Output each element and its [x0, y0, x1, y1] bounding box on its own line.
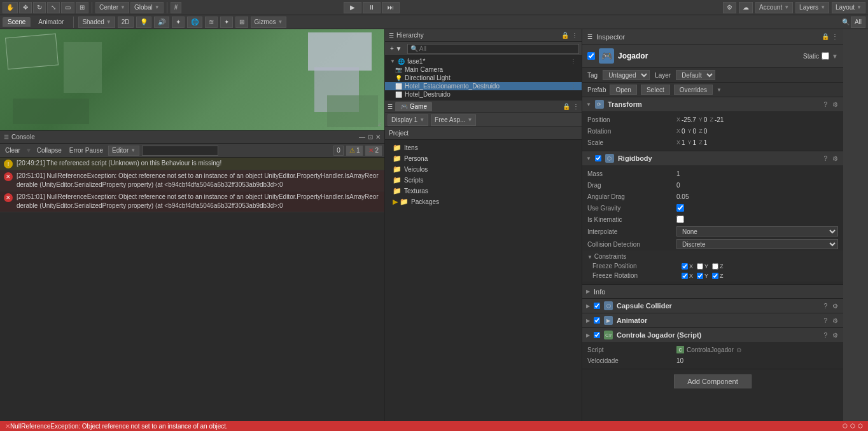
tree-item-maincam[interactable]: 📷 Main Camera — [385, 65, 582, 74]
rigidbody-settings-btn[interactable]: ⚙ — [831, 155, 839, 162]
animator-header[interactable]: ▶ ▶ Animator ? ⚙ — [582, 313, 843, 327]
cloud-btn[interactable]: ☁ — [739, 2, 753, 13]
constraints-header[interactable]: ▼ Constraints — [587, 252, 838, 261]
extra-tool-btn[interactable]: # — [171, 2, 182, 13]
rigidbody-header[interactable]: ▼ ⬡ Rigidbody ? ⚙ — [582, 151, 843, 165]
move-tool-btn[interactable]: ✥ — [19, 2, 32, 13]
freeze-rot-x-checkbox[interactable] — [682, 273, 688, 279]
tree-item-dirlight[interactable]: 💡 Directional Light — [385, 74, 582, 82]
console-maximize-btn[interactable]: ⊡ — [368, 133, 373, 140]
post-btn[interactable]: ⊞ — [235, 17, 248, 28]
files-panel[interactable]: 📁 Itens 📁 Persona 📁 Veiculos 📁 Scripts — [385, 140, 582, 423]
static-checkbox[interactable] — [822, 52, 829, 60]
controla-header[interactable]: ▶ C# Controla Jogador (Script) ? ⚙ — [582, 328, 843, 342]
game-more-btn[interactable]: ⋮ — [573, 103, 579, 110]
hierarchy-lock-btn[interactable]: 🔒 — [561, 32, 569, 39]
effects-btn[interactable]: ✦ — [172, 17, 185, 28]
scene-more-btn[interactable]: ⋮ — [570, 58, 577, 65]
use-gravity-checkbox[interactable] — [676, 204, 684, 212]
clear-btn[interactable]: Clear — [3, 146, 23, 154]
hand-tool-btn[interactable]: ✋ — [3, 2, 18, 13]
overrides-btn[interactable]: Overrides — [674, 85, 713, 95]
hierarchy-add-btn[interactable]: + ▼ — [388, 44, 405, 53]
2d-btn[interactable]: 2D — [118, 17, 134, 28]
scale-tool-btn[interactable]: ⤡ — [47, 2, 60, 13]
tree-item-scene[interactable]: ▼ 🌐 fase1* ⋮ — [385, 57, 582, 65]
animator-settings-btn[interactable]: ⚙ — [831, 317, 839, 324]
pivot-dropdown[interactable]: Center ▼ — [95, 2, 129, 13]
collapse-btn[interactable]: Collapse — [34, 146, 64, 154]
inspector-lock-btn[interactable]: 🔒 — [822, 33, 829, 40]
freeze-pos-y-checkbox[interactable] — [697, 263, 703, 270]
error-pause-btn[interactable]: Error Pause — [67, 146, 106, 154]
layer-select[interactable]: Default — [676, 70, 715, 80]
audio-btn[interactable]: 🔊 — [154, 17, 169, 28]
inspector-more-btn[interactable]: ⋮ — [832, 33, 838, 40]
capsule-collider-header[interactable]: ▶ ⬡ Capsule Collider ? ⚙ — [582, 299, 843, 313]
folder-scripts[interactable]: 📁 Scripts — [390, 175, 577, 186]
rigidbody-help-btn[interactable]: ? — [822, 155, 829, 162]
console-msg-error-1[interactable]: ✕ [20:51:01] NullReferenceException: Obj… — [0, 170, 384, 191]
freeze-pos-z-checkbox[interactable] — [712, 263, 718, 270]
rect-tool-btn[interactable]: ▭ — [61, 2, 74, 13]
folder-itens[interactable]: 📁 Itens — [390, 142, 577, 153]
freeze-pos-x-checkbox[interactable] — [682, 263, 688, 270]
game-tab[interactable]: 🎮 Game — [395, 102, 432, 111]
folder-texturas[interactable]: 📁 Texturas — [390, 186, 577, 196]
hierarchy-tree[interactable]: ▼ 🌐 fase1* ⋮ 📷 Main Camera 💡 Directional… — [385, 56, 582, 100]
console-close-btn[interactable]: ✕ — [375, 133, 381, 140]
scene-viewport[interactable]: Z — [0, 29, 384, 131]
freeze-rot-z-checkbox[interactable] — [712, 273, 718, 279]
animator-help-btn[interactable]: ? — [822, 317, 829, 324]
sky-btn[interactable]: 🌐 — [187, 17, 202, 28]
tag-select[interactable]: Untagged — [603, 70, 650, 80]
freeze-rot-y-checkbox[interactable] — [697, 273, 703, 279]
console-search-input[interactable] — [142, 146, 218, 156]
tree-item-hotel1[interactable]: ⬜ Hotel_Estacionamento_Destruido ⋮ — [385, 82, 582, 90]
controla-checkbox[interactable] — [594, 332, 600, 338]
console-messages[interactable]: ! [20:49:21] The referenced script (Unkn… — [0, 158, 384, 431]
capsule-settings-btn[interactable]: ⚙ — [831, 303, 839, 310]
animator-checkbox[interactable] — [594, 317, 600, 324]
game-lock-btn[interactable]: 🔒 — [563, 103, 570, 110]
layout-dropdown[interactable]: Layout ▼ — [832, 2, 865, 13]
hotel1-more[interactable]: ⋮ — [570, 83, 577, 90]
aspect-dropdown[interactable]: Free Asp... ▼ — [431, 114, 476, 126]
play-btn[interactable]: ▶ — [344, 2, 361, 13]
transform-header[interactable]: ▼ ⟳ Transform ? ⚙ — [582, 97, 843, 111]
account-dropdown[interactable]: Account ▼ — [755, 2, 793, 13]
rotate-tool-btn[interactable]: ↻ — [33, 2, 46, 13]
rigidbody-checkbox[interactable] — [595, 155, 601, 161]
shaded-dropdown[interactable]: Shaded ▼ — [78, 17, 115, 28]
collab-btn[interactable]: ⚙ — [723, 2, 736, 13]
controla-help-btn[interactable]: ? — [822, 332, 829, 339]
script-target-btn[interactable]: ⊙ — [736, 346, 741, 353]
folder-packages[interactable]: ▶ 📁 Packages — [390, 196, 577, 207]
scene-tab[interactable]: Scene — [3, 17, 31, 27]
obj-active-checkbox[interactable] — [587, 52, 595, 60]
folder-veiculos[interactable]: 📁 Veiculos — [390, 164, 577, 175]
folder-persona[interactable]: 📁 Persona — [390, 153, 577, 164]
editor-dropdown[interactable]: Editor ▼ — [108, 146, 139, 156]
tree-item-hotel2[interactable]: ⬜ Hotel_Destruido — [385, 90, 582, 99]
step-btn[interactable]: ⏭ — [382, 2, 400, 13]
open-btn[interactable]: Open — [610, 85, 636, 95]
collision-detection-select[interactable]: Discrete — [676, 239, 838, 249]
flare-btn[interactable]: ✦ — [220, 17, 233, 28]
capsule-help-btn[interactable]: ? — [822, 303, 829, 310]
transform-help-btn[interactable]: ? — [822, 101, 829, 108]
select-btn[interactable]: Select — [641, 85, 670, 95]
static-dropdown-btn[interactable]: ▼ — [832, 53, 838, 60]
interpolate-select[interactable]: None — [676, 226, 838, 236]
space-dropdown[interactable]: Global ▼ — [130, 2, 164, 13]
light-btn[interactable]: 💡 — [136, 17, 151, 28]
capsule-checkbox[interactable] — [594, 303, 600, 309]
controla-settings-btn[interactable]: ⚙ — [831, 332, 839, 339]
animator-tab[interactable]: Animator — [33, 17, 69, 27]
hierarchy-more-btn[interactable]: ⋮ — [571, 32, 578, 39]
pause-btn[interactable]: ⏸ — [363, 2, 381, 13]
console-minimize-btn[interactable]: — — [359, 133, 365, 140]
info-section[interactable]: ▶ Info — [582, 285, 843, 299]
add-component-btn[interactable]: Add Component — [674, 374, 752, 388]
transform-settings-btn[interactable]: ⚙ — [831, 101, 839, 108]
